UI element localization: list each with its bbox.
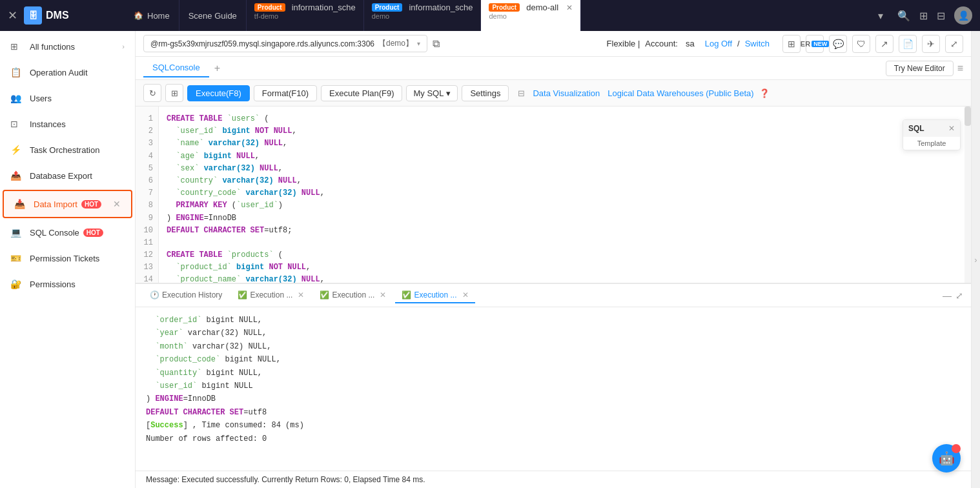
nav-tabs: 🏠 Home Scene Guide Product information_s… <box>125 0 872 31</box>
sql-console-tab[interactable]: SQLConsole <box>143 59 209 77</box>
status-bar: Message: Executed successfully. Currentl… <box>136 471 971 488</box>
sidebar-section: ⊞ All functions › 📋 Operation Audit 👥 Us… <box>0 31 135 300</box>
nav-tab-3[interactable]: Product demo-all ✕ demo <box>481 0 581 31</box>
permissions-icon: 🔐 <box>10 279 23 289</box>
result-tab-exec2[interactable]: ✅ Execution ... ✕ <box>313 288 393 303</box>
conn-bar-left: @rm-gs5x39xmjruszf059.mysql.singapore.rd… <box>143 35 440 52</box>
app-logo: 🗄 DMS <box>24 6 114 25</box>
task-orchestration-icon: ⚡ <box>10 145 23 155</box>
execute-plan-button[interactable]: Execute Plan(F9) <box>321 85 402 101</box>
main-layout: ⊞ All functions › 📋 Operation Audit 👥 Us… <box>0 31 980 488</box>
nav-tab-1[interactable]: Product information_sche tf-demo <box>247 0 364 31</box>
all-functions-icon: ⊞ <box>10 41 23 52</box>
layout-icon[interactable]: ⊟ <box>937 10 945 22</box>
result-tab-exec3[interactable]: ✅ Execution ... ✕ <box>395 288 475 303</box>
sidebar-item-database-export[interactable]: 📤 Database Export <box>0 163 135 188</box>
editor-tab-bar: SQLConsole + Try New Editor ≡ <box>136 57 971 80</box>
chat-icon-btn[interactable]: 💬 <box>829 35 847 53</box>
top-navbar: ✕ 🗄 DMS 🏠 Home Scene Guide Product infor… <box>0 0 980 31</box>
logo-icon: 🗄 <box>24 6 42 25</box>
data-warehouse-link[interactable]: Logical Data Warehouses (Public Beta) <box>607 88 753 98</box>
conn-toolbar-icons: ⊞ ERNEW 💬 🛡 ↗ 📄 ✈ ⤢ <box>782 35 963 53</box>
sidebar-item-instances[interactable]: ⊡ Instances <box>0 111 135 137</box>
tabs-more-icon[interactable]: ▾ <box>872 10 890 22</box>
layout-toggle-btn[interactable]: ⊞ <box>165 84 183 102</box>
sidebar-item-sql-console[interactable]: 💻 SQL Console HOT <box>0 219 135 245</box>
sql-template-panel: SQL ✕ Template <box>903 119 961 150</box>
tab3-close[interactable]: ✕ <box>566 3 573 12</box>
result-tab-history[interactable]: 🕐 Execution History <box>143 288 229 303</box>
notification-icon[interactable]: ⊞ <box>919 10 928 22</box>
result-tab-exec2-label: Execution ... <box>332 290 374 300</box>
editor-scrollbar[interactable] <box>965 107 971 283</box>
sql-editor-panel: 12345 678910 1112131415 1617181920 21222… <box>136 107 971 283</box>
refresh-btn[interactable]: ↻ <box>143 84 161 102</box>
expand-icon-btn[interactable]: ⤢ <box>945 35 963 53</box>
chatbot-notification-badge <box>952 444 961 453</box>
nav-tab-home[interactable]: 🏠 Home <box>125 0 179 31</box>
execute-button[interactable]: Execute(F8) <box>187 85 250 101</box>
results-panel: 🕐 Execution History ✅ Execution ... ✕ ✅ … <box>136 283 971 471</box>
operation-audit-icon: 📋 <box>10 67 23 77</box>
sql-template-subtitle: Template <box>903 137 960 150</box>
result-line-4: `product_code` bigint NULL, <box>146 353 961 366</box>
data-import-close[interactable]: ✕ <box>113 199 121 209</box>
user-avatar[interactable]: 👤 <box>954 6 972 25</box>
exec2-close[interactable]: ✕ <box>380 290 386 300</box>
nav-tab-scene-guide[interactable]: Scene Guide <box>179 0 247 31</box>
send-icon-btn[interactable]: ✈ <box>922 35 940 53</box>
line-numbers: 12345 678910 1112131415 1617181920 21222… <box>136 107 159 283</box>
sql-template-close[interactable]: ✕ <box>948 124 955 133</box>
chatbot-icon: 🤖 <box>939 451 955 466</box>
table-view-icon-btn[interactable]: ⊞ <box>782 35 801 53</box>
sql-code-editor[interactable]: CREATE TABLE `users` ( `user_id` bigint … <box>159 107 971 283</box>
sidebar-item-data-import[interactable]: 📥 Data Import HOT ✕ <box>3 190 132 218</box>
settings-button[interactable]: Settings <box>462 85 509 101</box>
er-icon-btn[interactable]: ERNEW <box>806 35 824 53</box>
my-sql-label: My SQL <box>413 88 444 98</box>
results-content: `order_id` bigint NULL, `year` varchar(3… <box>136 307 971 471</box>
add-tab-icon[interactable]: + <box>209 60 225 77</box>
editor-scrollbar-thumb <box>965 107 971 126</box>
search-icon[interactable]: 🔍 <box>897 10 910 22</box>
tab3-db: demo <box>489 12 507 20</box>
doc-icon-btn[interactable]: 📄 <box>899 35 917 53</box>
nav-tab-2[interactable]: Product information_sche demo <box>364 0 482 31</box>
result-line-7: ) ENGINE=InnoDB <box>146 392 961 405</box>
result-line-2: `year` varchar(32) NULL, <box>146 327 961 340</box>
exec2-success-icon: ✅ <box>320 290 329 300</box>
tab-menu-icon[interactable]: ≡ <box>957 63 963 74</box>
data-visualization-link[interactable]: Data Visualization <box>533 88 600 98</box>
sidebar-item-permission-tickets[interactable]: 🎫 Permission Tickets <box>0 245 135 271</box>
conn-type-label: Flexible | <box>607 39 640 48</box>
my-sql-dropdown[interactable]: My SQL ▾ <box>406 85 458 101</box>
export-icon-btn[interactable]: ↗ <box>875 35 893 53</box>
chatbot-button[interactable]: 🤖 <box>932 444 961 473</box>
results-expand-icon[interactable]: ⤢ <box>955 290 963 301</box>
conn-account: sa <box>686 39 695 48</box>
sidebar-item-permissions[interactable]: 🔐 Permissions <box>0 271 135 297</box>
connection-selector[interactable]: @rm-gs5x39xmjruszf059.mysql.singapore.rd… <box>143 35 427 52</box>
conn-switch-link[interactable]: Switch <box>745 39 770 48</box>
try-new-editor-button[interactable]: Try New Editor <box>886 61 954 76</box>
conn-copy-icon[interactable]: ⧉ <box>433 38 440 50</box>
conn-separator: / <box>737 39 740 48</box>
conn-log-off-link[interactable]: Log Off <box>705 39 732 48</box>
sidebar-item-task-orchestration[interactable]: ⚡ Task Orchestration <box>0 137 135 163</box>
result-tab-exec1[interactable]: ✅ Execution ... ✕ <box>231 288 311 303</box>
sidebar-label-operation-audit: Operation Audit <box>30 68 88 77</box>
shield-icon-btn[interactable]: 🛡 <box>852 35 870 53</box>
format-button[interactable]: Format(F10) <box>254 85 317 101</box>
exec3-close[interactable]: ✕ <box>462 290 469 300</box>
side-panel-toggle[interactable]: › <box>971 31 980 488</box>
nav-close-icon[interactable]: ✕ <box>8 8 17 23</box>
sidebar-item-all-functions[interactable]: ⊞ All functions › <box>0 34 135 59</box>
sidebar-label-instances: Instances <box>30 119 66 129</box>
sidebar-item-users[interactable]: 👥 Users <box>0 85 135 111</box>
editor-results-container: 12345 678910 1112131415 1617181920 21222… <box>136 107 971 471</box>
results-minimize-icon[interactable]: — <box>943 290 952 301</box>
exec1-close[interactable]: ✕ <box>298 290 304 300</box>
help-icon[interactable]: ❓ <box>759 88 770 98</box>
tab2-badge: Product <box>372 3 403 12</box>
sidebar-item-operation-audit[interactable]: 📋 Operation Audit <box>0 59 135 85</box>
